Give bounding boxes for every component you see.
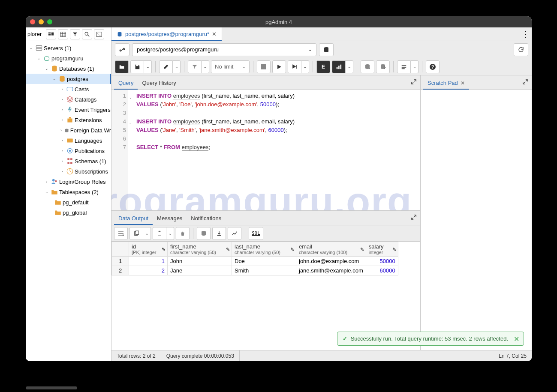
filter-icon[interactable] [188,60,202,73]
close-icon[interactable]: ✕ [461,80,465,86]
tab-messages[interactable]: Messages [153,212,187,225]
editor-tabs: Query Query History [111,75,420,90]
tab-data-output[interactable]: Data Output [114,212,153,225]
svg-rect-34 [338,66,340,69]
svg-rect-0 [48,32,51,33]
view-data-icon[interactable] [58,29,68,39]
tree-db-postgres[interactable]: ⌄postgres [26,74,111,84]
subscriptions-icon [66,168,74,175]
explain-analyze-icon[interactable] [332,60,346,73]
check-icon: ✓ [343,335,347,342]
tree-servers[interactable]: ⌄Servers (1) [26,43,111,53]
connection-bar: postgres/postgres@programguru ⌄ [111,41,532,58]
tree-catalogs[interactable]: ›Catalogs [26,94,111,105]
folder-icon [54,209,62,216]
delete-row-icon[interactable] [176,227,190,240]
expand-scratch-icon[interactable] [522,79,528,85]
new-connection-icon[interactable] [319,43,334,56]
tree-casts[interactable]: ›Casts [26,84,111,94]
horizontal-scrollbar[interactable] [26,386,77,389]
roles-icon [51,178,58,186]
svg-rect-12 [36,48,42,51]
file-tabs: postgres/postgres@programguru* ✕ ⋮ [111,27,532,41]
svg-rect-19 [67,139,73,143]
connection-label: postgres/postgres@programguru [137,46,219,53]
toast-close-icon[interactable]: ✕ [514,335,519,343]
sql-editor[interactable]: 1⌄234⌄567 INSERT INTO employees (first_n… [111,90,420,210]
execute-cursor-icon[interactable] [288,60,301,73]
minimize-window-icon[interactable] [39,19,44,24]
svg-rect-1 [48,34,51,36]
paste-dropdown-icon[interactable]: ⌄ [166,227,174,240]
tabs-menu-icon[interactable]: ⋮ [520,27,532,41]
paste-icon[interactable] [153,227,166,240]
tree-extensions[interactable]: ›Extensions [26,115,111,125]
reset-layout-icon[interactable] [514,43,528,56]
scratch-pad-body[interactable] [421,90,532,350]
rollback-icon[interactable] [376,60,390,73]
svg-rect-44 [135,230,138,234]
tree-ts-global[interactable]: pg_global [26,207,111,218]
tree-ts-default[interactable]: pg_default [26,197,111,207]
elephant-icon [43,54,51,62]
tree-fdw[interactable]: ›Foreign Data Wr [26,125,111,135]
app-window: pgAdmin 4 plorer ⌄Servers (1) ⌄programgu… [26,16,532,361]
commit-icon[interactable] [361,60,374,73]
execute-icon[interactable] [272,60,286,73]
tab-scratch-pad[interactable]: Scratch Pad ✕ [423,77,469,90]
edit-dropdown-icon[interactable]: ⌄ [173,60,181,73]
svg-line-9 [88,35,90,36]
svg-rect-17 [69,117,71,118]
copy-dropdown-icon[interactable]: ⌄ [143,227,151,240]
add-row-icon[interactable] [114,227,128,240]
main-panel: postgres/postgres@programguru* ✕ ⋮ postg… [111,27,532,361]
help-icon[interactable]: ? [426,60,440,73]
query-tool-icon[interactable] [46,29,56,39]
macros-icon[interactable] [397,60,411,73]
expand-output-icon[interactable] [411,214,417,220]
maximize-window-icon[interactable] [47,19,52,24]
connection-select[interactable]: postgres/postgres@programguru ⌄ [132,43,316,56]
tree-databases[interactable]: ⌄Databases (1) [26,63,111,74]
connection-status-icon[interactable] [115,43,129,56]
tree-server[interactable]: ⌄programguru [26,53,111,63]
svg-rect-25 [70,162,72,164]
copitable-icon[interactable] [129,227,143,240]
stop-icon[interactable] [257,60,271,73]
filter-dropdown-icon[interactable]: ⌄ [202,60,209,73]
limit-select[interactable]: No limit⌄ [211,60,250,73]
tree-tablespaces[interactable]: ⌄Tablespaces (2) [26,187,111,197]
tree-subscriptions[interactable]: ›Subscriptions [26,166,111,177]
save-data-icon[interactable] [197,227,211,240]
close-window-icon[interactable] [30,19,35,24]
sql-button[interactable]: SQL [249,227,263,240]
tree-event-triggers[interactable]: ›Event Triggers [26,105,111,115]
tab-query-history[interactable]: Query History [138,77,180,90]
edit-icon[interactable] [159,60,173,73]
download-icon[interactable] [212,227,226,240]
explain-dropdown-icon[interactable]: ⌄ [346,60,353,73]
execute-dropdown-icon[interactable]: ⌄ [301,60,309,73]
open-file-icon[interactable] [115,60,129,73]
psql-icon[interactable] [94,29,104,39]
file-tab-active[interactable]: postgres/postgres@programguru* ✕ [111,27,222,41]
expand-editor-icon[interactable] [411,79,417,85]
search-icon[interactable] [82,29,92,39]
tab-close-icon[interactable]: ✕ [212,31,217,37]
macros-dropdown-icon[interactable]: ⌄ [411,60,419,73]
tree-publications[interactable]: ›Publications [26,146,111,156]
explorer-label: plorer [27,31,44,37]
database-icon [117,31,123,37]
tree-login-roles[interactable]: ›Login/Group Roles [26,177,111,187]
tree-languages[interactable]: ›Languages [26,135,111,146]
tab-query[interactable]: Query [114,77,138,90]
output-toolbar: ⌄ ⌄ SQL [111,225,420,242]
save-icon[interactable] [130,60,144,73]
graph-icon[interactable] [228,227,241,240]
object-tree[interactable]: ⌄Servers (1) ⌄programguru ⌄Databases (1)… [26,41,111,361]
explain-icon[interactable]: E [316,60,330,73]
tree-schemas[interactable]: ›Schemas (1) [26,156,111,166]
tab-notifications[interactable]: Notifications [187,212,226,225]
filter-rows-icon[interactable] [70,29,80,39]
save-dropdown-icon[interactable]: ⌄ [144,60,152,73]
